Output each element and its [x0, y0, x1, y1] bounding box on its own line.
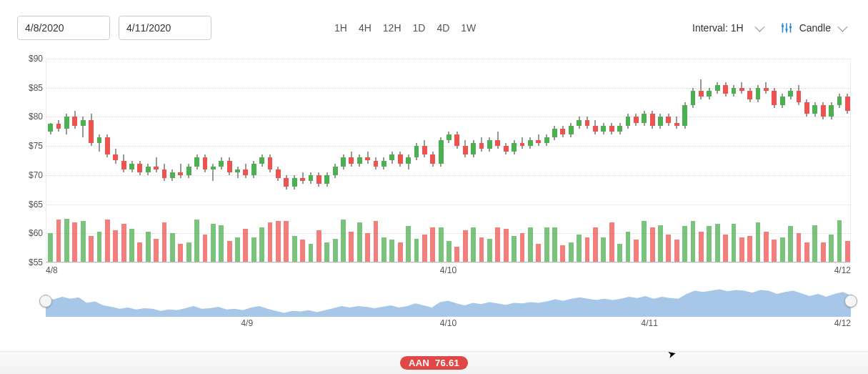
svg-rect-4 [785, 29, 787, 31]
range-navigator[interactable] [46, 285, 851, 317]
range-btn-4h[interactable]: 4H [359, 22, 371, 34]
plot-area[interactable] [46, 59, 851, 262]
volume-bar [64, 219, 69, 262]
volume-bar [821, 242, 826, 262]
volume-bar [422, 235, 427, 262]
y-tick-label: $70 [29, 170, 43, 180]
volume-bar [389, 240, 394, 262]
volume-bar [569, 242, 574, 262]
volume-bar [837, 220, 842, 262]
range-btn-4d[interactable]: 4D [437, 22, 449, 34]
range-btn-1h[interactable]: 1H [334, 22, 347, 34]
y-axis: $55$60$65$70$75$80$85$90 [17, 59, 43, 262]
volume-bar [186, 242, 191, 262]
ticker-price: 76.61 [435, 358, 459, 368]
volume-bar [707, 226, 712, 262]
volume-bar [788, 226, 793, 262]
volume-bar [764, 232, 769, 262]
grid-line [46, 233, 850, 234]
volume-bar [512, 236, 517, 262]
grid-line [46, 88, 850, 89]
chart-type-dropdown[interactable]: Candle [781, 22, 845, 34]
volume-bar [520, 233, 525, 262]
interval-dropdown[interactable]: Interval: 1H [692, 22, 762, 34]
volume-bar [691, 221, 696, 262]
y-tick-label: $65 [29, 200, 43, 210]
volume-bar [105, 220, 110, 262]
volume-bar [650, 227, 655, 262]
volume-bar [365, 233, 370, 262]
volume-bar [626, 232, 631, 262]
navigator-handle-right[interactable] [844, 295, 857, 307]
volume-bar [536, 244, 541, 262]
volume-bar [211, 224, 216, 262]
volume-bar [715, 224, 720, 262]
volume-bar [333, 239, 338, 262]
x-axis: 4/84/104/12 [46, 265, 851, 277]
volume-bar [203, 235, 208, 262]
range-btn-12h[interactable]: 12H [383, 22, 401, 34]
volume-bar [349, 232, 354, 262]
y-tick-label: $60 [29, 228, 43, 238]
volume-bar [544, 227, 549, 262]
volume-bar [292, 236, 297, 262]
navigator-x-axis: 4/94/104/114/12 [46, 318, 851, 330]
volume-bar [471, 227, 476, 262]
y-tick-label: $85 [29, 83, 43, 93]
volume-bar [658, 225, 663, 262]
chevron-down-icon [837, 22, 847, 32]
volume-bar [284, 221, 289, 262]
volume-bar [601, 237, 606, 262]
volume-bar [219, 225, 224, 262]
volume-bar [699, 232, 704, 262]
svg-rect-3 [782, 25, 784, 27]
range-btn-1d[interactable]: 1D [413, 22, 426, 34]
volume-bar [845, 241, 850, 262]
volume-bar [154, 239, 159, 262]
volume-bar [414, 239, 419, 262]
volume-bar [797, 233, 802, 262]
volume-bar [674, 240, 679, 262]
date-from-input[interactable] [17, 16, 110, 40]
volume-bar [113, 230, 118, 262]
volume-bar [447, 241, 452, 262]
toolbar: 1H4H12H1D4D1W Interval: 1H Candle [0, 0, 868, 46]
y-tick-label: $75 [29, 141, 43, 151]
volume-bar [178, 244, 183, 262]
volume-bar [137, 242, 142, 262]
y-tick-label: $80 [29, 112, 43, 122]
volume-bar [463, 230, 468, 262]
nav-x-tick-label: 4/11 [642, 318, 658, 328]
candlestick-chart[interactable]: $55$60$65$70$75$80$85$90 [17, 59, 851, 262]
ticker-badge[interactable]: AAN 76.61 [400, 356, 468, 370]
navigator-handle-left[interactable] [39, 295, 52, 307]
volume-bar [682, 226, 687, 262]
volume-bar [780, 237, 785, 262]
volume-bar [357, 222, 362, 262]
interval-label: Interval: 1H [692, 22, 744, 34]
grid-line [46, 146, 850, 147]
footer-bar: AAN 76.61 [0, 351, 868, 374]
volume-bar [89, 236, 94, 262]
navigator-area[interactable] [46, 285, 851, 317]
volume-bar [585, 237, 590, 262]
volume-bar [528, 227, 533, 262]
volume-bar [227, 241, 232, 262]
volume-bar [560, 245, 565, 262]
grid-line [46, 262, 850, 263]
nav-x-tick-label: 4/9 [241, 318, 253, 328]
volume-bar [129, 229, 134, 262]
grid-line [46, 175, 850, 176]
range-btn-1w[interactable]: 1W [461, 22, 476, 34]
nav-x-tick-label: 4/10 [440, 318, 457, 328]
date-to-input[interactable] [119, 16, 211, 40]
volume-bar [756, 222, 761, 262]
chart-type-label: Candle [799, 22, 831, 34]
volume-bar [300, 240, 305, 262]
volume-bar [495, 227, 500, 262]
y-tick-label: $55 [29, 257, 43, 267]
volume-bar [243, 229, 248, 262]
volume-bar [56, 220, 61, 262]
volume-bar [430, 227, 435, 262]
volume-bar [634, 240, 639, 262]
